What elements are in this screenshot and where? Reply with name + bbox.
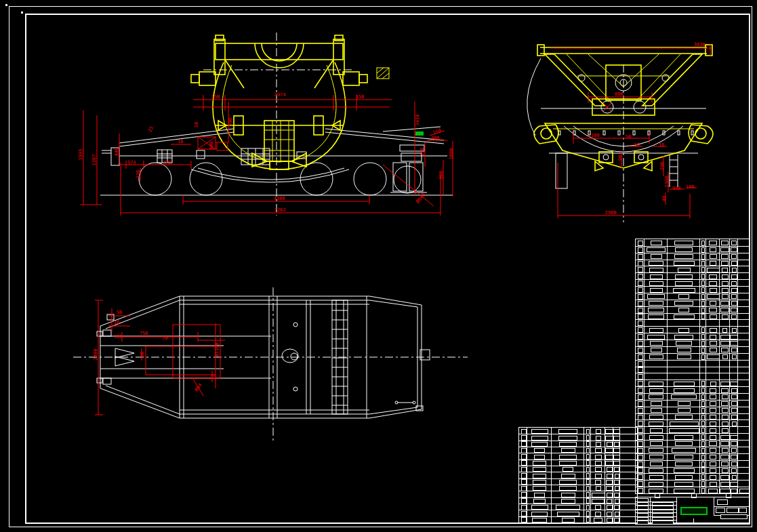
table-cell-text: [649, 281, 663, 286]
table-cell-text: [722, 415, 729, 420]
table-cell-text: [607, 493, 613, 497]
table-cell-text: [638, 348, 643, 353]
table-cell-text: [720, 247, 729, 252]
table-cell-text: [674, 314, 695, 319]
table-cell-text: [731, 489, 737, 493]
table-cell-text: [701, 341, 705, 346]
title-block-cell-text: [652, 520, 674, 525]
table-cell-text: [674, 254, 693, 259]
table-cell-text: [674, 489, 695, 493]
table-cell-text: [670, 422, 699, 426]
table-cell-text: [607, 505, 613, 510]
table-cell-text: [638, 241, 643, 246]
table-cell-text: [701, 481, 705, 487]
dimension-label: 890: [615, 92, 623, 97]
table-cell-text: [559, 480, 577, 485]
table-cell-text: [677, 348, 691, 352]
table-cell-text: [532, 518, 547, 523]
table-cell-text: [720, 441, 729, 446]
table-cell-text: [592, 499, 605, 504]
table-cell-text: [731, 254, 737, 259]
table-cell-text: [707, 294, 720, 299]
table-cell-text: [595, 448, 602, 453]
table-cell-text: [710, 482, 717, 487]
table-cell-text: [586, 486, 590, 491]
table-cell-text: [650, 462, 663, 466]
table-cell-text: [710, 401, 716, 406]
table-cell-text: [521, 467, 527, 472]
table-cell-text: [731, 394, 737, 399]
table-cell-text: [675, 247, 693, 252]
table-cell-text: [648, 308, 664, 312]
table-cell-text: [701, 334, 705, 340]
table-cell-text: [638, 374, 643, 380]
table-cell-text: [721, 348, 729, 352]
table-cell-text: [521, 511, 527, 516]
dimension-label: 290: [660, 162, 665, 171]
table-cell-text: [521, 517, 527, 523]
table-cell-text: [586, 429, 590, 434]
table-cell-text: [731, 281, 737, 286]
table-cell-text: [614, 518, 619, 523]
table-cell-text: [648, 314, 664, 319]
table-cell-text: [534, 493, 545, 497]
table-cell-text: [710, 408, 716, 413]
table-cell-text: [595, 461, 602, 466]
table-cell-text: [531, 436, 548, 441]
dimension-label: 30: [140, 352, 145, 357]
dimension-label: 750: [140, 331, 148, 336]
table-cell-text: [731, 468, 737, 473]
table-cell-text: [710, 348, 717, 352]
dimension-label: 120: [136, 170, 141, 179]
table-cell-text: [586, 492, 590, 497]
table-cell-text: [521, 429, 527, 434]
table-cell-text: [557, 512, 579, 516]
table-cell-text: [720, 341, 730, 346]
table-cell-text: [531, 512, 548, 516]
table-cell-text: [638, 367, 643, 373]
dimension-label: 2400: [94, 349, 98, 361]
table-cell-text: [674, 335, 693, 340]
table-cell-text: [674, 468, 695, 473]
dimension-label: 40: [662, 196, 667, 201]
selected-entity-mark[interactable]: [415, 131, 424, 136]
table-cell-text: [730, 435, 738, 440]
table-cell-text: [649, 301, 663, 306]
table-cell-text: [722, 428, 729, 433]
table-cell-text: [650, 274, 663, 279]
dimension-label: 16: [114, 321, 119, 325]
table-cell-text: [606, 486, 613, 491]
table-cell-text: [615, 512, 619, 516]
table-cell-text: [562, 467, 573, 472]
table-cell-text: [559, 442, 577, 447]
table-cell-text: [710, 335, 716, 340]
table-cell-text: [605, 429, 613, 434]
table-cell-text: [710, 382, 716, 386]
table-cell-text: [710, 341, 717, 346]
table-cell-text: [559, 461, 577, 466]
dimension-label: 4100: [274, 197, 285, 201]
table-cell-text: [649, 489, 663, 493]
table-cell-text: [701, 468, 705, 473]
drawing-canvas[interactable]: 1503974150590202519951307440574745161203…: [0, 0, 757, 532]
selected-title-cell[interactable]: [680, 507, 708, 515]
table-cell-text: [720, 475, 729, 480]
table-cell-text: [720, 435, 730, 440]
dimension-label: 300: [209, 142, 214, 150]
table-cell-text: [675, 415, 693, 420]
table-cell-text: [730, 341, 738, 346]
table-cell-text: [651, 241, 662, 245]
table-cell-text: [649, 422, 663, 426]
dimension-label: 1100: [588, 134, 600, 138]
table-cell-text: [649, 388, 663, 393]
table-cell-text: [671, 394, 697, 399]
table-cell-text: [710, 254, 717, 259]
table-cell-text: [710, 314, 717, 319]
table-cell-text: [731, 441, 737, 446]
table-cell-text: [739, 489, 750, 493]
table-cell-text: [638, 327, 643, 333]
table-cell-text: [722, 394, 729, 399]
table-cell-text: [678, 401, 691, 406]
table-cell-text: [521, 486, 527, 491]
table-cell-text: [638, 301, 643, 306]
